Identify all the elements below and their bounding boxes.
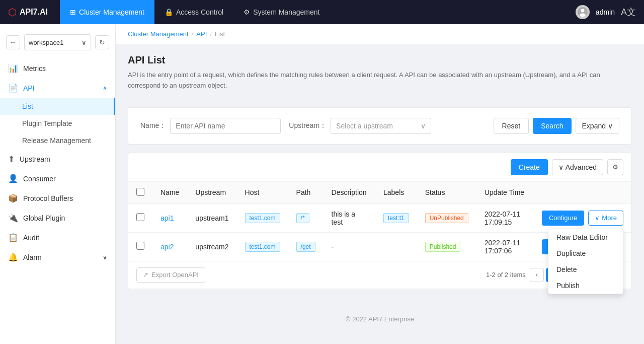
page-description: API is the entry point of a request, whi… [128,70,632,91]
row1-actions: Configure ∨ More Raw Data Editor [534,203,631,232]
create-button[interactable]: Create [511,159,548,175]
sidebar-item-plugin-template[interactable]: Plugin Template [0,115,115,132]
refresh-button[interactable]: ↻ [95,35,109,49]
name-label: Name： [140,121,166,130]
sidebar-item-global-plugin[interactable]: 🔌 Global Plugin [0,208,115,228]
cluster-icon: ⊞ [70,8,76,16]
dropdown-raw-data-editor[interactable]: Raw Data Editor [548,229,623,245]
row1-path: /* [288,203,324,232]
row2-name: api2 [152,232,187,261]
col-actions [534,182,631,204]
sidebar-item-upstream[interactable]: ⬆ Upstream [0,149,115,169]
row2-path: /get [288,232,324,261]
more-label: More [602,214,617,222]
sidebar-item-list[interactable]: List [0,98,115,115]
api-submenu: List Plugin Template Release Management [0,98,115,149]
alarm-icon: 🔔 [8,252,18,262]
row1-action-cell: Configure ∨ More Raw Data Editor [542,211,623,226]
row2-host: test1.com [237,232,288,261]
content-area: Name： Upstream： Select a upstream ∨ Rese… [116,99,644,297]
gear-nav-icon: ⚙ [244,8,250,16]
lock-icon: 🔒 [165,8,173,16]
sidebar-item-audit[interactable]: 📋 Audit [0,228,115,247]
row1-more-button[interactable]: ∨ More [588,211,623,226]
nav-item-access[interactable]: 🔒 Access Control [154,0,233,24]
sidebar-item-protocol-buffers[interactable]: 📦 Protocol Buffers [0,188,115,208]
filter-actions: Reset Search Expand ∨ [494,118,619,134]
api-chevron-icon: ∧ [103,85,107,92]
chevron-down-icon: ∨ [82,39,87,46]
sidebar-item-consumer[interactable]: 👤 Consumer [0,169,115,188]
row1-checkbox[interactable] [136,213,144,221]
select-all-checkbox[interactable] [136,188,144,196]
dropdown-duplicate[interactable]: Duplicate [548,245,623,261]
logo: ⬡ API7.AI [8,6,48,18]
table-header-row: Name Upstream Host Path Description Labe… [128,182,631,204]
breadcrumb-cluster[interactable]: Cluster Management [128,30,189,38]
row2-host-tag: test1.com [245,242,280,252]
global-plugin-icon: 🔌 [8,213,18,223]
advanced-label: Advanced [566,163,597,171]
sidebar-item-release-management[interactable]: Release Management [0,132,115,149]
export-icon: ↗ [143,271,148,279]
search-button[interactable]: Search [533,118,571,134]
page-title: API List [128,54,632,66]
dropdown-delete[interactable]: Delete [548,261,623,278]
upstream-chevron-icon: ∨ [421,122,426,130]
row2-select [128,232,152,261]
row2-status-badge: Published [425,242,461,252]
row1-name: api1 [152,203,187,232]
breadcrumb-api[interactable]: API [196,30,207,38]
row2-name-link[interactable]: api2 [160,243,174,251]
protocol-icon: 📦 [8,193,18,203]
main-content: Cluster Management / API / List API List… [116,24,644,344]
row1-description: this is a test [324,203,375,232]
workspace-dropdown[interactable]: workspace1 ∨ [24,34,91,50]
nav-item-system[interactable]: ⚙ System Management [233,0,330,24]
metrics-icon: 📊 [8,63,18,73]
table-toolbar: Create ∨ Advanced ⚙ [128,153,631,182]
dropdown-publish[interactable]: Publish [548,278,623,294]
svg-point-1 [581,9,584,13]
row1-path-tag: /* [296,213,309,223]
logo-icon: ⬡ [8,6,17,18]
upstream-select[interactable]: Select a upstream ∨ [331,118,431,134]
row1-configure-button[interactable]: Configure [542,211,584,226]
nav-item-cluster[interactable]: ⊞ Cluster Management [60,0,154,24]
api-table: Name Upstream Host Path Description Labe… [128,182,631,261]
sidebar-item-alarm[interactable]: 🔔 Alarm ∨ [0,247,115,267]
workspace-selector: ← workspace1 ∨ ↻ [0,30,115,54]
prev-page-button[interactable]: ‹ [530,268,544,282]
row1-name-link[interactable]: api1 [160,214,174,222]
upstream-label: Upstream： [289,121,327,130]
breadcrumb-sep-1: / [192,30,194,38]
row2-path-tag: /get [296,242,315,252]
breadcrumb-current: List [215,30,225,38]
row1-update-time: 2022-07-11 17:09:15 [476,203,534,232]
chevron-icon: ∨ [558,163,564,171]
row1-status: UnPublished [417,203,476,232]
upstream-icon: ⬆ [8,154,15,164]
advanced-button[interactable]: ∨ Advanced [552,159,603,175]
export-button[interactable]: ↗ Export OpenAPI [136,267,205,283]
table-card: Create ∨ Advanced ⚙ [128,153,632,289]
sidebar-item-metrics[interactable]: 📊 Metrics [0,58,115,78]
breadcrumb-sep-2: / [210,30,212,38]
table-row: api1 upstream1 test1.com /* this is a te… [128,203,631,232]
col-upstream: Upstream [187,182,236,204]
row1-upstream: upstream1 [187,203,236,232]
settings-button[interactable]: ⚙ [607,159,623,175]
refresh-icon: ↻ [99,38,105,46]
row1-select [128,203,152,232]
expand-button[interactable]: Expand ∨ [576,118,619,134]
language-icon[interactable]: A文 [621,6,636,18]
row1-host-tag: test1.com [245,213,280,223]
sidebar-item-api[interactable]: 📄 API ∧ [0,78,115,98]
row2-checkbox[interactable] [136,242,144,250]
name-input[interactable] [170,118,281,134]
back-button[interactable]: ← [6,35,20,49]
filter-card: Name： Upstream： Select a upstream ∨ Rese… [128,107,632,145]
breadcrumb: Cluster Management / API / List [116,24,644,44]
row2-upstream: upstream2 [187,232,236,261]
reset-button[interactable]: Reset [494,118,529,134]
